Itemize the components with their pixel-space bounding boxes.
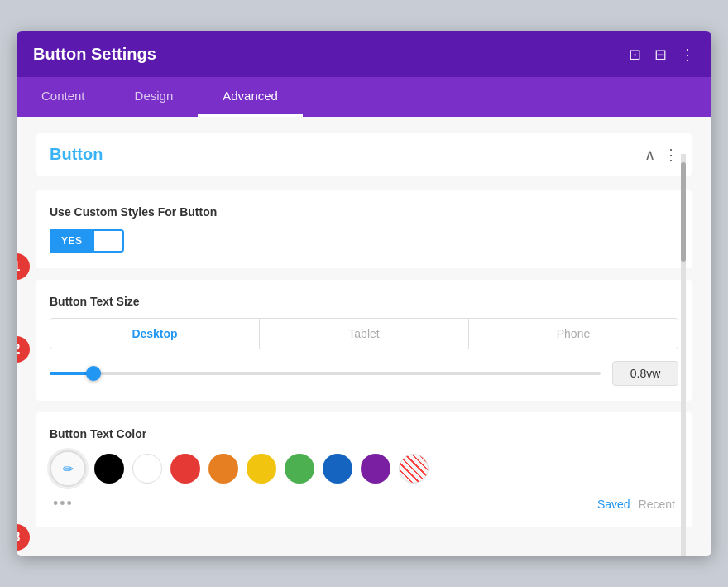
slider-row: 0.8vw bbox=[50, 361, 678, 386]
text-color-setting: Button Text Color ✏ ••• Saved Rec bbox=[36, 412, 692, 527]
panel-title: Button Settings bbox=[33, 45, 156, 64]
tab-content[interactable]: Content bbox=[17, 77, 110, 117]
color-swatch-black[interactable] bbox=[94, 454, 124, 484]
saved-link[interactable]: Saved bbox=[597, 498, 630, 511]
color-swatch-purple[interactable] bbox=[361, 454, 390, 484]
toggle-label: Use Custom Styles For Button bbox=[50, 205, 678, 219]
panel-header: Button Settings ⊡ ⊟ ⋮ bbox=[17, 31, 711, 77]
section-header: Button ∧ ⋮ bbox=[36, 133, 692, 176]
section-title: Button bbox=[50, 145, 103, 164]
color-footer-links: Saved Recent bbox=[597, 498, 675, 511]
more-vertical-icon[interactable]: ⋮ bbox=[680, 46, 695, 64]
tabs-bar: Content Design Advanced bbox=[17, 77, 711, 117]
frame-icon[interactable]: ⊡ bbox=[629, 46, 641, 64]
collapse-icon[interactable]: ∧ bbox=[644, 146, 655, 164]
toggle-setting: Use Custom Styles For Button YES bbox=[36, 190, 692, 268]
slider-value[interactable]: 0.8vw bbox=[612, 361, 678, 386]
color-swatch-white[interactable] bbox=[132, 454, 162, 484]
section-more-icon[interactable]: ⋮ bbox=[663, 146, 678, 164]
scrollbar-thumb[interactable] bbox=[681, 162, 686, 262]
slider-thumb[interactable] bbox=[86, 366, 101, 381]
device-tab-desktop[interactable]: Desktop bbox=[50, 319, 260, 349]
toggle-yes-button[interactable]: YES bbox=[50, 229, 94, 253]
device-tab-phone[interactable]: Phone bbox=[469, 319, 678, 349]
more-colors-icon[interactable]: ••• bbox=[53, 495, 74, 512]
eyedropper-button[interactable]: ✏ bbox=[50, 450, 86, 487]
color-swatch-orange[interactable] bbox=[208, 454, 238, 484]
panel-content: Button ∧ ⋮ Use Custom Styles For Button … bbox=[17, 117, 711, 556]
text-color-label: Button Text Color bbox=[50, 427, 678, 440]
recent-link[interactable]: Recent bbox=[639, 498, 675, 511]
scrollbar[interactable] bbox=[681, 154, 686, 556]
color-swatch-green[interactable] bbox=[285, 454, 314, 484]
text-size-setting: Button Text Size Desktop Tablet Phone 0.… bbox=[36, 280, 692, 401]
columns-icon[interactable]: ⊟ bbox=[654, 46, 667, 64]
tab-advanced[interactable]: Advanced bbox=[198, 77, 303, 117]
device-tabs: Desktop Tablet Phone bbox=[50, 318, 678, 349]
color-footer: ••• Saved Recent bbox=[50, 495, 678, 512]
text-size-label: Button Text Size bbox=[50, 295, 678, 308]
eyedropper-icon: ✏ bbox=[63, 461, 74, 477]
toggle-handle[interactable] bbox=[94, 229, 124, 253]
color-swatch-red[interactable] bbox=[170, 454, 200, 484]
slider-track[interactable] bbox=[50, 372, 601, 375]
color-swatch-none[interactable] bbox=[399, 454, 429, 484]
device-tab-tablet[interactable]: Tablet bbox=[260, 319, 469, 349]
tab-design[interactable]: Design bbox=[110, 77, 199, 117]
header-icons: ⊡ ⊟ ⋮ bbox=[629, 46, 695, 64]
color-swatch-yellow[interactable] bbox=[247, 454, 276, 484]
color-swatch-blue[interactable] bbox=[323, 454, 352, 484]
section-actions: ∧ ⋮ bbox=[644, 146, 678, 164]
color-row: ✏ bbox=[50, 450, 678, 487]
toggle-control[interactable]: YES bbox=[50, 229, 678, 253]
